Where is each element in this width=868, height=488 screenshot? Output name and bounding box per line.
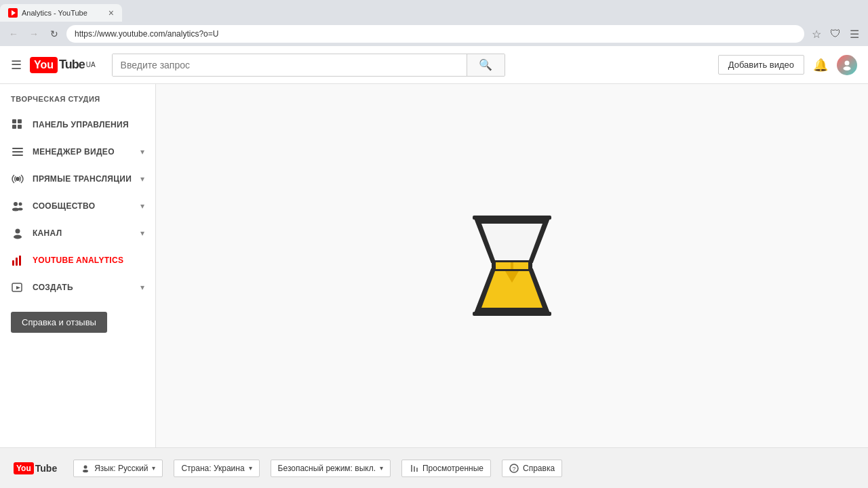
safe-mode-label: Безопасный режим: выкл. (278, 464, 376, 473)
svg-rect-3 (18, 119, 22, 123)
sidebar-item-live[interactable]: ПРЯМЫЕ ТРАНСЛЯЦИИ ▾ (0, 165, 155, 192)
sidebar-item-label-analytics: YOUTUBE ANALYTICS (33, 256, 144, 265)
svg-rect-29 (473, 312, 551, 316)
svg-rect-2 (12, 119, 16, 123)
video-manager-icon (11, 145, 24, 159)
tab-bar: Analytics - YouTube × (0, 0, 868, 22)
sidebar-item-label-create: СОЗДАТЬ (33, 283, 132, 292)
svg-text:?: ? (513, 466, 516, 472)
search-input[interactable] (113, 54, 467, 76)
sidebar-item-analytics[interactable]: YOUTUBE ANALYTICS (0, 247, 155, 274)
sidebar: ТВОРЧЕСКАЯ СТУДИЯ ПАНЕЛЬ УПРАВЛЕНИЯ (0, 84, 156, 447)
hamburger-menu-icon[interactable]: ☰ (11, 58, 22, 73)
create-icon (11, 281, 24, 294)
svg-point-14 (16, 229, 20, 234)
footer-logo-icon: You (14, 462, 34, 474)
tab-title: Analytics - YouTube (22, 9, 104, 17)
header-actions: Добавить видео 🔔 (718, 54, 857, 76)
svg-point-9 (16, 177, 20, 181)
sidebar-item-label-dashboard: ПАНЕЛЬ УПРАВЛЕНИЯ (33, 120, 144, 129)
youtube-logo[interactable]: YouTubeUA (30, 57, 96, 73)
sidebar-item-channel[interactable]: КАНАЛ ▾ (0, 220, 155, 247)
menu-icon[interactable]: ☰ (846, 26, 863, 42)
country-label: Страна: Украина (181, 464, 244, 473)
live-icon (11, 172, 24, 186)
history-icon (409, 464, 418, 473)
sidebar-item-label-live: ПРЯМЫЕ ТРАНСЛЯЦИИ (33, 174, 132, 184)
analytics-icon (11, 253, 24, 267)
footer: YouTube Язык: Русский ▾ Страна: Украина … (0, 447, 868, 488)
help-icon: ? (509, 464, 519, 473)
avatar-icon (841, 59, 853, 71)
youtube-header: ☰ YouTubeUA 🔍 Добавить видео 🔔 (0, 46, 868, 84)
country-arrow: ▾ (249, 464, 252, 472)
svg-rect-6 (12, 148, 23, 149)
loading-hourglass (465, 211, 559, 320)
svg-point-13 (18, 208, 23, 211)
chevron-down-icon-create: ▾ (140, 283, 144, 292)
svg-point-11 (19, 203, 22, 206)
svg-point-31 (84, 465, 87, 468)
sidebar-item-dashboard[interactable]: ПАНЕЛЬ УПРАВЛЕНИЯ (0, 111, 155, 138)
notification-icon[interactable]: 🔔 (810, 54, 831, 76)
logo-ua: UA (86, 61, 96, 68)
language-button[interactable]: Язык: Русский ▾ (73, 460, 163, 477)
browser-chrome: Analytics - YouTube × ← → ↻ ☆ 🛡 ☰ (0, 0, 868, 46)
svg-point-1 (844, 66, 851, 70)
svg-rect-17 (16, 258, 18, 266)
chevron-down-icon-channel: ▾ (140, 228, 144, 238)
hourglass-svg (465, 211, 559, 320)
tab-favicon (8, 8, 18, 18)
svg-rect-7 (12, 151, 23, 152)
svg-rect-5 (18, 125, 22, 129)
extension-icon[interactable]: 🛡 (827, 26, 844, 42)
search-button[interactable]: 🔍 (467, 54, 505, 76)
svg-point-32 (83, 470, 88, 472)
help-footer-label: Справка (523, 464, 555, 473)
language-arrow: ▾ (152, 464, 155, 472)
forward-button[interactable]: → (26, 26, 42, 42)
footer-logo-text: Tube (35, 463, 57, 474)
search-wrap: 🔍 (112, 54, 705, 77)
svg-point-10 (14, 202, 18, 206)
channel-icon (11, 226, 24, 240)
active-tab[interactable]: Analytics - YouTube × (0, 4, 122, 22)
svg-point-15 (14, 235, 22, 239)
svg-point-12 (12, 208, 19, 211)
svg-rect-8 (12, 155, 23, 156)
tab-close-button[interactable]: × (108, 8, 114, 18)
reload-button[interactable]: ↻ (46, 26, 62, 42)
svg-point-0 (845, 60, 850, 65)
language-label: Язык: Русский (94, 464, 148, 473)
history-button[interactable]: Просмотренные (401, 460, 491, 477)
sidebar-item-label-channel: КАНАЛ (33, 228, 132, 238)
chevron-down-icon-live: ▾ (140, 174, 144, 184)
address-bar[interactable] (66, 25, 804, 43)
upload-button[interactable]: Добавить видео (718, 55, 804, 75)
back-button[interactable]: ← (5, 26, 22, 42)
safe-mode-arrow: ▾ (380, 464, 383, 472)
safe-mode-button[interactable]: Безопасный режим: выкл. ▾ (271, 460, 391, 477)
toolbar-icons: ☆ 🛡 ☰ (808, 26, 863, 42)
help-footer-button[interactable]: ? Справка (502, 460, 562, 477)
sidebar-title: ТВОРЧЕСКАЯ СТУДИЯ (0, 95, 155, 111)
logo-you: You (30, 57, 58, 73)
dashboard-icon (11, 118, 24, 131)
help-button[interactable]: Справка и отзывы (11, 312, 107, 333)
country-button[interactable]: Страна: Украина ▾ (174, 460, 259, 477)
favicon-play-icon (12, 10, 16, 16)
address-bar-row: ← → ↻ ☆ 🛡 ☰ (0, 22, 868, 46)
chevron-down-icon: ▾ (140, 147, 144, 157)
sidebar-item-video-manager[interactable]: МЕНЕДЖЕР ВИДЕО ▾ (0, 138, 155, 165)
sidebar-item-create[interactable]: СОЗДАТЬ ▾ (0, 274, 155, 301)
bookmark-icon[interactable]: ☆ (808, 26, 825, 42)
svg-rect-28 (473, 216, 551, 220)
user-avatar[interactable] (837, 55, 857, 75)
logo-tube: Tube (59, 58, 85, 72)
sidebar-item-community[interactable]: СООБЩЕСТВО ▾ (0, 192, 155, 220)
svg-rect-30 (511, 262, 513, 269)
svg-marker-20 (16, 286, 20, 289)
main-layout: ТВОРЧЕСКАЯ СТУДИЯ ПАНЕЛЬ УПРАВЛЕНИЯ (0, 84, 868, 447)
footer-logo: YouTube (14, 462, 57, 474)
content-area (156, 84, 868, 447)
